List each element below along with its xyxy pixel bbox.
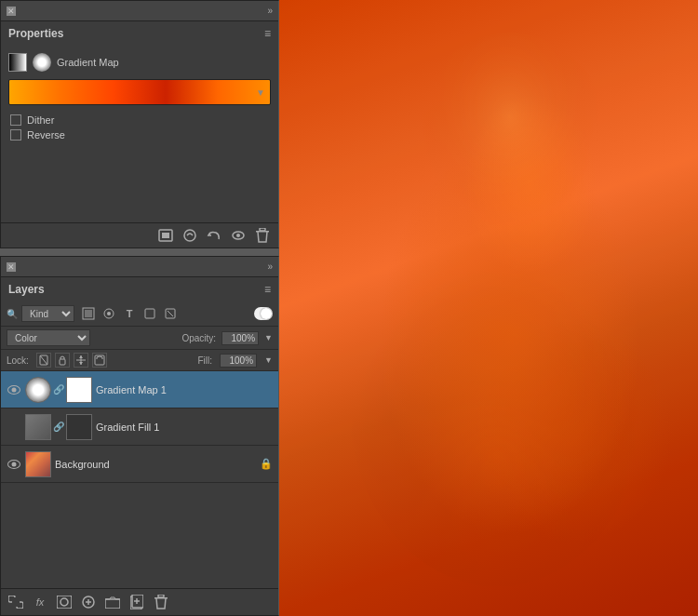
layers-bottom-toolbar: fx [1,588,278,615]
layers-header: Layers ≡ [1,277,278,301]
lock-label: Lock: [7,355,29,366]
delete-icon[interactable] [254,227,271,244]
reverse-checkbox[interactable] [10,129,21,141]
gradient-map-header: Gradient Map [8,53,271,72]
filter-kind-dropdown[interactable]: Kind Name Effect [21,305,74,322]
lock-position-icon[interactable] [74,353,88,368]
gradient-bar-container: ▼ [8,79,271,105]
layers-menu-icon[interactable]: ≡ [264,283,271,296]
layer-name-background: Background [55,459,256,470]
canvas-area [279,0,698,616]
loop-icon[interactable] [181,227,198,244]
svg-marker-20 [79,362,83,365]
undo-icon[interactable] [206,227,222,244]
properties-titlebar: ✕ » [1,1,278,21]
layer-row[interactable]: 🔗 Gradient Fill 1 [1,408,278,446]
svg-point-4 [236,234,240,237]
lock-artboard-icon[interactable] [92,353,107,368]
eye-icon-bg [7,460,20,469]
new-group-icon[interactable] [103,593,122,611]
eye-off-icon [7,422,20,432]
opacity-value[interactable]: 100% [221,331,259,345]
lock-row: Lock: Fill: 100% ▼ [1,350,278,371]
properties-collapse-button[interactable]: » [267,6,273,16]
layer-visibility-background[interactable] [7,457,21,472]
layers-title: Layers [8,283,45,296]
properties-menu-icon[interactable]: ≡ [264,27,271,40]
svg-rect-16 [60,359,65,365]
layers-close-button[interactable]: ✕ [7,262,16,272]
dither-checkbox-item[interactable]: Dither [10,114,271,126]
dither-checkbox[interactable] [10,114,21,126]
layer-link-icon: 🔗 [53,384,64,395]
delete-layer-icon[interactable] [152,593,170,611]
svg-point-2 [184,230,195,241]
layer-thumbnails-background [25,451,51,477]
gradient-map-bw-icon [8,53,27,72]
filter-toggle[interactable] [254,307,273,320]
layer-name-gradient-fill: Gradient Fill 1 [96,422,273,433]
properties-close-button[interactable]: ✕ [7,7,16,16]
filter-toggle-knob [261,308,272,319]
main-canvas [279,0,698,616]
fill-value[interactable]: 100% [220,354,257,368]
add-mask-icon[interactable] [55,593,74,611]
layer-name-gradient-map: Gradient Map 1 [96,384,273,395]
fill-arrow[interactable]: ▼ [264,355,273,365]
svg-rect-1 [162,233,169,238]
svg-marker-19 [79,355,83,358]
layer-row[interactable]: Background 🔒 [1,446,278,483]
layer-mask-thumb [66,377,92,403]
svg-rect-8 [85,310,92,317]
layer-visibility-gradient-map[interactable] [7,382,21,397]
blend-mode-dropdown[interactable]: Color Normal Multiply Screen [7,329,90,346]
filter-adjustment-icon[interactable] [101,305,117,322]
layers-panel: ✕ » Layers ≡ 🔍 Kind Name Effect [0,256,279,616]
lock-icons-group [36,353,107,368]
gradient-bar-dropdown-icon[interactable]: ▼ [256,87,265,98]
gradient-map-label: Gradient Map [57,57,119,68]
svg-line-13 [168,311,173,316]
properties-header: Properties ≡ [1,21,278,46]
dither-label: Dither [27,114,54,126]
layer-thumb-photo [25,451,51,477]
properties-spacer [1,148,278,222]
layer-fx-icon[interactable]: fx [31,593,49,611]
properties-content: Gradient Map ▼ Dither Reverse [1,46,278,148]
svg-rect-6 [260,228,265,231]
new-adjustment-icon[interactable] [79,593,98,611]
filter-smart-icon[interactable] [162,305,179,322]
link-layers-icon[interactable] [7,593,25,611]
new-layer-icon[interactable] [128,593,146,611]
filter-type-icon[interactable]: T [121,305,138,322]
filter-shape-icon[interactable] [141,305,158,322]
gradient-map-circle-icon [33,53,51,72]
layer-row[interactable]: 🔗 Gradient Map 1 [1,371,278,408]
opacity-arrow[interactable]: ▼ [264,333,273,342]
checkbox-group: Dither Reverse [10,114,271,141]
panel-gap [0,248,279,256]
layer-lock-icon: 🔒 [260,458,273,470]
fill-label: Fill: [198,355,213,366]
gradient-bar[interactable] [8,79,271,105]
layers-filter-row: 🔍 Kind Name Effect T [1,301,278,327]
opacity-label: Opacity: [181,333,216,343]
layer-link-icon-2: 🔗 [53,422,64,432]
filter-pixel-icon[interactable] [80,305,97,322]
reverse-checkbox-item[interactable]: Reverse [10,129,271,141]
filter-icons-group: T [80,305,179,322]
lock-image-icon[interactable] [55,353,70,368]
lock-transparent-icon[interactable] [36,353,51,368]
layers-collapse-button[interactable]: » [267,261,273,272]
layer-fill-mask-thumb [66,414,92,440]
layer-thumb-adjustment [25,377,51,403]
visibility-icon[interactable] [230,227,247,244]
svg-rect-27 [105,599,120,609]
svg-point-10 [107,312,111,315]
svg-line-15 [40,355,47,365]
layer-visibility-gradient-fill[interactable] [7,420,21,435]
svg-point-23 [60,598,68,606]
layers-list: 🔗 Gradient Map 1 🔗 Gradient Fill 1 [1,371,278,588]
properties-title: Properties [8,27,63,40]
mask-icon[interactable] [157,227,174,244]
